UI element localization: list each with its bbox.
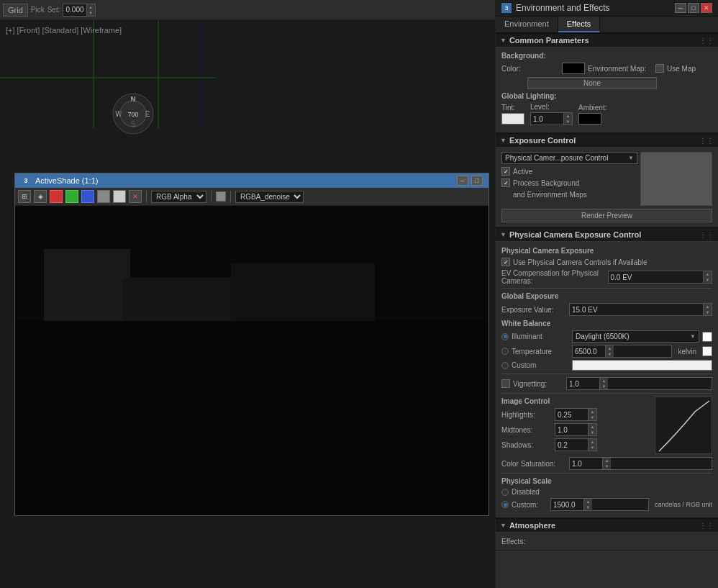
cs-down[interactable]: ▼ <box>602 463 611 469</box>
common-params-header[interactable]: ▼ Common Parameters ⋮⋮ <box>496 33 718 48</box>
expval-down[interactable]: ▼ <box>703 309 712 315</box>
ev-down[interactable]: ▼ <box>703 277 712 283</box>
as-channel2-select[interactable]: RGBA_denoise <box>235 191 304 203</box>
exposure-control-header[interactable]: ▼ Exposure Control ⋮⋮ <box>496 133 718 148</box>
render-preview-button[interactable]: Render Preview <box>501 209 712 222</box>
atmosphere-options[interactable]: ⋮⋮ <box>699 522 714 530</box>
panel-maximize[interactable]: □ <box>688 3 699 13</box>
vignetting-input[interactable]: 1.0 ▲ ▼ <box>566 377 712 390</box>
as-red-icon[interactable] <box>50 190 63 203</box>
color-saturation-input[interactable]: 1.0 ▲ ▼ <box>569 457 712 470</box>
vig-down[interactable]: ▼ <box>599 384 608 389</box>
spinner-down[interactable]: ▼ <box>86 10 95 16</box>
exposure-main: Physical Camer...posure Control ▼ Active… <box>501 152 712 206</box>
shadows-input[interactable]: 0.2 ▲ ▼ <box>555 438 597 451</box>
as-white-icon[interactable] <box>113 190 126 203</box>
atmosphere-header[interactable]: ▼ Atmosphere ⋮⋮ <box>496 518 718 533</box>
use-map-check[interactable]: Use Map <box>655 64 696 73</box>
temp-up[interactable]: ▲ <box>605 345 614 351</box>
exposure-options[interactable]: ⋮⋮ <box>699 137 714 145</box>
active-shade-titlebar: 3 ActiveShade (1:1) ─ □ <box>15 173 488 188</box>
as-x-icon[interactable]: ✕ <box>129 190 142 203</box>
right-panel: 3 Environment and Effects ─ □ ✕ Environm… <box>495 0 718 588</box>
physical-camera-title: Physical Camera Exposure Control <box>509 230 641 239</box>
as-blue-icon[interactable] <box>81 190 94 203</box>
level-label: Level: <box>530 103 573 111</box>
value-spinner[interactable]: 0.000 ▲ ▼ <box>63 4 95 17</box>
temperature-input[interactable]: 6500.0 ▲ ▼ <box>572 345 672 358</box>
exposure-value-input[interactable]: 15.0 EV ▲ ▼ <box>569 303 712 316</box>
ambient-swatch[interactable] <box>578 113 601 125</box>
color-saturation-label: Color Saturation: <box>501 460 566 468</box>
cs-up[interactable]: ▲ <box>602 458 611 463</box>
panel-minimize[interactable]: ─ <box>675 3 686 13</box>
as-icon-2[interactable]: ◈ <box>34 190 47 203</box>
as-maximize[interactable]: □ <box>471 176 483 186</box>
disabled-row: Disabled <box>501 488 712 496</box>
as-color-swatch[interactable] <box>216 191 226 202</box>
illuminant-radio[interactable] <box>501 333 509 340</box>
bg-color-row: Color: Environment Map: Use Map <box>501 63 712 74</box>
ev-comp-input[interactable]: 0.0 EV ▲ ▼ <box>608 271 713 284</box>
hl-down[interactable]: ▼ <box>588 415 596 420</box>
vignetting-checkbox[interactable] <box>501 379 510 388</box>
grid-dropdown[interactable]: Grid <box>3 4 28 17</box>
panel-close[interactable]: ✕ <box>701 3 712 13</box>
as-title: ActiveShade (1:1) <box>35 176 98 185</box>
tab-effects[interactable]: Effects <box>558 17 600 32</box>
panel-content: ▼ Common Parameters ⋮⋮ Background: Color… <box>496 33 718 588</box>
midtones-input[interactable]: 1.0 ▲ ▼ <box>555 423 597 436</box>
illuminant-dropdown[interactable]: Daylight (6500K) ▼ <box>572 330 699 343</box>
temp-down[interactable]: ▼ <box>605 351 614 357</box>
active-checkbox[interactable] <box>501 167 510 176</box>
highlights-input[interactable]: 0.25 ▲ ▼ <box>555 408 597 421</box>
spinner-up[interactable]: ▲ <box>86 4 95 10</box>
physical-camera-header[interactable]: ▼ Physical Camera Exposure Control ⋮⋮ <box>496 227 718 242</box>
exposure-dropdown[interactable]: Physical Camer...posure Control ▼ <box>501 152 637 164</box>
temperature-radio[interactable] <box>501 348 509 355</box>
physical-camera-options[interactable]: ⋮⋮ <box>699 231 714 239</box>
use-map-checkbox[interactable] <box>655 64 664 73</box>
active-row: Active <box>501 167 637 176</box>
level-input[interactable]: 1.0 ▲ ▼ <box>530 112 573 125</box>
as-channel1-select[interactable]: RGB Alpha <box>151 191 206 203</box>
as-icon-1[interactable]: ⊞ <box>18 190 31 203</box>
env-maps-label: and Environment Maps <box>513 191 587 199</box>
as-gray-icon[interactable] <box>97 190 110 203</box>
disabled-radio[interactable] <box>501 489 509 496</box>
hl-up[interactable]: ▲ <box>588 409 596 415</box>
illuminant-swatch[interactable] <box>702 332 712 342</box>
tab-environment[interactable]: Environment <box>496 17 558 32</box>
custom-label: Custom <box>512 361 569 369</box>
custom-input[interactable] <box>572 360 712 371</box>
pscale-down[interactable]: ▼ <box>583 505 592 510</box>
global-lighting-label-row: Global Lighting: <box>501 92 712 100</box>
temperature-swatch[interactable] <box>702 346 712 356</box>
custom-radio[interactable] <box>501 362 509 369</box>
mt-down[interactable]: ▼ <box>588 430 596 435</box>
vig-up[interactable]: ▲ <box>599 378 608 384</box>
temperature-row: Temperature 6500.0 ▲ ▼ kelvin <box>501 345 712 358</box>
expval-up[interactable]: ▲ <box>703 304 712 309</box>
level-up[interactable]: ▲ <box>563 113 572 119</box>
use-controls-checkbox[interactable] <box>501 258 510 266</box>
ev-up[interactable]: ▲ <box>703 271 712 277</box>
level-down[interactable]: ▼ <box>563 119 572 125</box>
custom-scale-input[interactable]: 1500.0 ▲ ▼ <box>550 498 649 511</box>
vignetting-label: Vignetting: <box>513 380 563 388</box>
bg-color-swatch[interactable] <box>562 63 585 74</box>
sh-up[interactable]: ▲ <box>588 439 596 445</box>
sh-down[interactable]: ▼ <box>588 445 596 451</box>
exposure-value-label: Exposure Value: <box>501 306 566 314</box>
custom-scale-radio[interactable] <box>501 501 509 508</box>
as-minimize[interactable]: ─ <box>457 176 468 186</box>
global-lighting-row: Tint: Level: 1.0 ▲ ▼ <box>501 103 712 125</box>
pscale-up[interactable]: ▲ <box>583 499 592 505</box>
process-bg-checkbox[interactable] <box>501 178 510 187</box>
atmosphere-title: Atmosphere <box>509 521 555 530</box>
tint-swatch[interactable] <box>501 113 524 125</box>
common-params-options[interactable]: ⋮⋮ <box>699 37 714 45</box>
as-green-icon[interactable] <box>65 190 78 203</box>
mt-up[interactable]: ▲ <box>588 424 596 430</box>
env-map-button[interactable]: None <box>527 77 657 89</box>
